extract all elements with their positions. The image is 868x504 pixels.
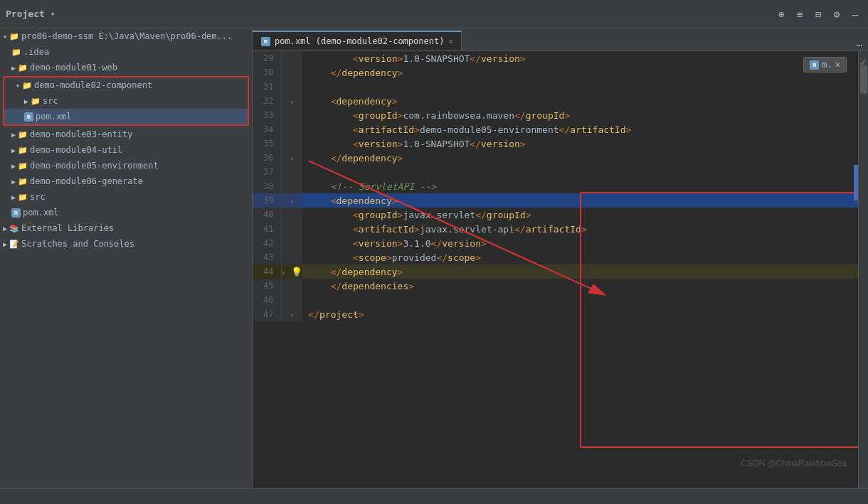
maven-popup: m m. × xyxy=(803,57,847,73)
line-number: 45 xyxy=(253,279,281,293)
maven-file-icon: m xyxy=(24,112,33,122)
sidebar-red-box: ▾ 📁 demo-module02-component ▶ 📁 src m po… xyxy=(3,76,249,126)
line-number: 44 xyxy=(253,264,281,279)
gutter-cell xyxy=(281,136,302,151)
code-line: </project> xyxy=(302,307,857,321)
collapse-icon[interactable]: ≡ xyxy=(793,7,807,21)
code-line: <dependency> xyxy=(302,94,857,108)
sidebar-item-module05[interactable]: ▶ 📁 demo-module05-environment xyxy=(0,158,252,173)
code-line xyxy=(302,80,857,94)
sidebar-item-module04[interactable]: ▶ 📁 demo-module04-util xyxy=(0,142,252,158)
line-number: 40 xyxy=(253,208,281,222)
table-row: 39 ▾ <dependency> xyxy=(253,193,858,208)
extlib-icon: 📚 xyxy=(9,224,19,233)
tab-pomxml[interactable]: m pom.xml (demo-module02-component) × xyxy=(253,31,462,50)
scrollbar-track[interactable] xyxy=(858,51,868,488)
line-number: 42 xyxy=(253,236,281,250)
chevron-right-icon: ▶ xyxy=(11,178,16,186)
code-line: <version>1.0-SNAPSHOT</version> xyxy=(302,51,857,65)
sidebar-item-label: Scratches and Consoles xyxy=(21,239,134,249)
gutter-cell xyxy=(281,236,302,250)
sidebar-item-src2[interactable]: ▶ 📁 src xyxy=(0,189,252,205)
toolbar-title: Project xyxy=(6,9,45,19)
add-icon[interactable]: ⊕ xyxy=(774,7,788,21)
folder-icon: 📁 xyxy=(18,177,28,186)
code-line: <version>1.0-SNAPSHOT</version> xyxy=(302,136,857,151)
chevron-right-icon: ▶ xyxy=(11,193,16,201)
code-table: 29 <version>1.0-SNAPSHOT</version> 30 </… xyxy=(253,51,858,321)
table-row: 34 <artifactId>demo-module05-environment… xyxy=(253,122,858,136)
sidebar-item-extlib[interactable]: ▶ 📚 External Libraries xyxy=(0,220,252,236)
fold-icon[interactable]: ▾ xyxy=(290,98,294,106)
chevron-right-icon: ▶ xyxy=(3,240,7,248)
scrollbar-thumb[interactable] xyxy=(860,65,867,94)
sidebar-item-module03[interactable]: ▶ 📁 demo-module03-entity xyxy=(0,127,252,142)
code-line: </dependency> xyxy=(302,151,857,165)
status-bar xyxy=(0,488,868,504)
fold-icon[interactable]: ▾ xyxy=(290,198,294,205)
expand-icon[interactable]: ⊟ xyxy=(811,7,825,21)
fold-icon[interactable]: ▾ xyxy=(290,155,294,163)
code-line: <!-- ServletAPI --> xyxy=(302,179,857,193)
settings-icon[interactable]: ⚙ xyxy=(830,7,844,21)
blue-sidebar-bar xyxy=(854,165,858,200)
code-line: <version>3.1.0</version> xyxy=(302,236,857,250)
sidebar-item-pomxml[interactable]: m pom.xml xyxy=(4,109,248,124)
sidebar-item-module01[interactable]: ▶ 📁 demo-module01-web xyxy=(0,60,252,75)
gutter-cell xyxy=(281,179,302,193)
sidebar-item-label: src xyxy=(30,192,46,202)
chevron-right-icon: ▶ xyxy=(3,225,7,232)
tab-close-button[interactable]: × xyxy=(448,38,452,45)
line-number: 41 xyxy=(253,222,281,236)
line-number: 30 xyxy=(253,65,281,80)
table-row: 32 ▾ <dependency> xyxy=(253,94,858,108)
folder-icon: 📁 xyxy=(18,161,28,171)
folder-icon: 📁 xyxy=(18,63,28,73)
chevron-right-icon: ▶ xyxy=(11,162,16,170)
sidebar: ▾ 📁 pro06-demo-ssm E:\Java\Maven\pro06-d… xyxy=(0,28,253,488)
editor-wrapper: m m. × ✓ 29 <version>1.0-SNAPSHOT</versi… xyxy=(253,51,868,488)
table-row: 43 <scope>provided</scope> xyxy=(253,250,858,264)
line-number: 33 xyxy=(253,108,281,122)
gutter-cell: ▾ xyxy=(281,307,302,321)
gutter-cell xyxy=(281,250,302,264)
minimize-icon[interactable]: — xyxy=(848,7,862,21)
table-row: 30 </dependency> xyxy=(253,65,858,80)
gutter-cell xyxy=(281,293,302,307)
table-row: 29 <version>1.0-SNAPSHOT</version> xyxy=(253,51,858,65)
line-number: 31 xyxy=(253,80,281,94)
fold-icon[interactable]: ▾ xyxy=(282,269,286,277)
sidebar-item-rootpom[interactable]: m pom.xml xyxy=(0,205,252,220)
maven-tab-icon: m xyxy=(261,37,270,46)
editor-area: m pom.xml (demo-module02-component) × ⋯ … xyxy=(253,28,868,488)
table-row: 47 ▾ </project> xyxy=(253,307,858,321)
sidebar-item-idea[interactable]: 📁 .idea xyxy=(0,44,252,60)
popup-close-button[interactable]: × xyxy=(835,60,840,70)
sidebar-item-src[interactable]: ▶ 📁 src xyxy=(4,93,248,109)
bulb-icon[interactable]: 💡 xyxy=(291,267,302,277)
editor-content[interactable]: 29 <version>1.0-SNAPSHOT</version> 30 </… xyxy=(253,51,858,488)
sidebar-item-module06[interactable]: ▶ 📁 demo-module06-generate xyxy=(0,173,252,189)
scratches-icon: 📝 xyxy=(9,240,19,249)
table-row: 38 <!-- ServletAPI --> xyxy=(253,179,858,193)
sidebar-item-label: .idea xyxy=(23,47,49,57)
table-row: 41 <artifactId>javax.servlet-api</artifa… xyxy=(253,222,858,236)
line-number: 35 xyxy=(253,136,281,151)
sidebar-item-scratches[interactable]: ▶ 📝 Scratches and Consoles xyxy=(0,236,252,252)
sidebar-item-root[interactable]: ▾ 📁 pro06-demo-ssm E:\Java\Maven\pro06-d… xyxy=(0,28,252,44)
code-line: </dependency> xyxy=(302,264,857,279)
gutter-cell: ▾ xyxy=(281,151,302,165)
folder-icon: 📁 xyxy=(18,146,28,155)
table-row: 40 <groupId>javax.servlet</groupId> xyxy=(253,208,858,222)
line-number: 36 xyxy=(253,151,281,165)
line-number: 47 xyxy=(253,307,281,321)
gutter-cell xyxy=(281,279,302,293)
editor-toolbar-right: ⋯ xyxy=(857,40,868,50)
gutter-cell: ▾ xyxy=(281,94,302,108)
more-icon[interactable]: ⋯ xyxy=(857,40,862,50)
sidebar-item-module02[interactable]: ▾ 📁 demo-module02-component xyxy=(4,77,248,93)
chevron-right-icon: ▶ xyxy=(24,97,28,105)
fold-icon[interactable]: ▾ xyxy=(290,311,294,319)
gutter-cell xyxy=(281,222,302,236)
line-number: 43 xyxy=(253,250,281,264)
